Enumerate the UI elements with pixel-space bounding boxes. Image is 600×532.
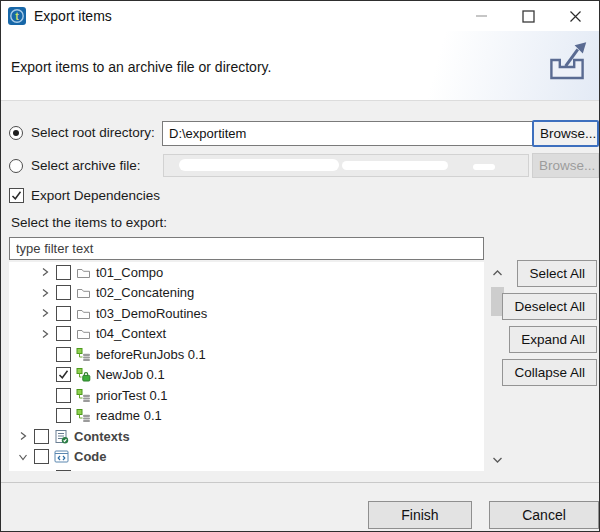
cancel-button[interactable]: Cancel xyxy=(489,501,599,529)
tree-item[interactable]: t02_Concatening xyxy=(9,283,484,304)
redaction-mark xyxy=(342,161,448,170)
expand-chevron-icon[interactable] xyxy=(39,410,51,422)
collapse-all-button[interactable]: Collapse All xyxy=(502,359,597,386)
root-directory-input[interactable] xyxy=(162,121,534,146)
archive-file-radio[interactable] xyxy=(9,159,23,173)
item-checkbox[interactable] xyxy=(56,265,71,280)
export-icon xyxy=(543,37,591,91)
item-label: t04_Context xyxy=(96,326,166,341)
banner-description: Export items to an archive file or direc… xyxy=(11,59,271,75)
maximize-icon xyxy=(522,10,535,23)
maximize-button[interactable] xyxy=(505,1,552,31)
item-label: t02_Concatening xyxy=(96,285,194,300)
expand-all-button[interactable]: Expand All xyxy=(509,326,597,353)
expand-chevron-icon[interactable] xyxy=(39,369,51,381)
export-dependencies-checkbox[interactable] xyxy=(9,188,24,203)
deselect-all-button[interactable]: Deselect All xyxy=(502,293,597,320)
item-checkbox[interactable] xyxy=(56,326,71,341)
items-tree: t01_Compo t02_Concatening t03_DemoRoutin… xyxy=(9,262,484,471)
expand-chevron-icon[interactable] xyxy=(39,348,51,360)
tree-item[interactable]: beforeRunJobs 0.1 xyxy=(9,344,484,365)
item-checkbox[interactable] xyxy=(34,429,49,444)
expand-chevron-icon[interactable] xyxy=(39,266,51,278)
item-checkbox[interactable] xyxy=(56,367,71,382)
wizard-banner: Export items to an archive file or direc… xyxy=(1,31,599,101)
scroll-up-icon[interactable] xyxy=(492,265,503,283)
job-icon xyxy=(75,387,91,403)
expand-chevron-icon[interactable] xyxy=(39,287,51,299)
archive-file-input xyxy=(163,154,529,177)
select-all-button[interactable]: Select All xyxy=(517,260,597,287)
root-directory-radio[interactable] xyxy=(9,126,23,140)
item-checkbox[interactable] xyxy=(56,347,71,362)
item-label: priorTest 0.1 xyxy=(96,388,168,403)
scroll-down-icon[interactable] xyxy=(492,451,503,469)
tree-item[interactable]: priorTest 0.1 xyxy=(9,385,484,406)
export-dependencies-label: Export Dependencies xyxy=(31,188,160,203)
item-checkbox[interactable] xyxy=(56,306,71,321)
browse-root-button[interactable]: Browse... xyxy=(532,120,599,147)
item-label: Contexts xyxy=(74,429,130,444)
archive-file-label: Select archive file: xyxy=(31,158,141,173)
item-checkbox[interactable] xyxy=(56,408,71,423)
tree-item[interactable] xyxy=(9,467,484,471)
folder-icon xyxy=(75,285,91,301)
footer-divider xyxy=(1,482,599,483)
title-bar: t Export items xyxy=(1,1,599,31)
filter-input[interactable] xyxy=(9,237,484,260)
close-icon xyxy=(569,10,582,23)
code-icon xyxy=(53,449,69,465)
browse-archive-button: Browse... xyxy=(532,153,599,178)
job-locked-icon xyxy=(75,367,91,383)
minimize-icon xyxy=(476,15,487,17)
root-directory-row: Select root directory: xyxy=(9,125,155,140)
expand-chevron-icon[interactable] xyxy=(17,430,29,442)
tree-action-buttons: Select AllDeselect AllExpand AllCollapse… xyxy=(502,260,597,386)
item-label: NewJob 0.1 xyxy=(96,367,165,382)
folder-icon xyxy=(75,305,91,321)
tree-item[interactable]: Contexts xyxy=(9,426,484,447)
redaction-mark xyxy=(473,164,495,170)
expand-chevron-icon[interactable] xyxy=(17,451,29,463)
tree-item[interactable]: NewJob 0.1 xyxy=(9,365,484,386)
contexts-icon xyxy=(53,428,69,444)
item-label: readme 0.1 xyxy=(96,408,162,423)
archive-file-row: Select archive file: xyxy=(9,158,141,173)
item-label: Code xyxy=(74,449,107,464)
expand-chevron-icon[interactable] xyxy=(39,328,51,340)
talend-app-icon: t xyxy=(8,7,26,25)
job-icon xyxy=(75,346,91,362)
item-label: t03_DemoRoutines xyxy=(96,306,207,321)
tree-item[interactable]: Code xyxy=(9,447,484,468)
tree-item[interactable]: t04_Context xyxy=(9,324,484,345)
export-dependencies-row: Export Dependencies xyxy=(9,188,160,203)
items-to-export-label: Select the items to export: xyxy=(11,215,167,230)
window-controls xyxy=(458,1,599,31)
tree-item[interactable]: t03_DemoRoutines xyxy=(9,303,484,324)
item-checkbox[interactable] xyxy=(56,285,71,300)
job-icon xyxy=(75,408,91,424)
folder-icon xyxy=(75,264,91,280)
root-directory-label: Select root directory: xyxy=(31,125,155,140)
export-items-dialog: t Export items Export items to an archiv… xyxy=(0,0,600,532)
expand-chevron-icon[interactable] xyxy=(39,389,51,401)
minimize-button[interactable] xyxy=(458,1,505,31)
tree-item[interactable]: readme 0.1 xyxy=(9,406,484,427)
expand-chevron-icon[interactable] xyxy=(39,307,51,319)
tree-item[interactable]: t01_Compo xyxy=(9,262,484,283)
item-label: beforeRunJobs 0.1 xyxy=(96,347,206,362)
item-checkbox[interactable] xyxy=(56,470,71,471)
item-label: t01_Compo xyxy=(96,265,163,280)
finish-button[interactable]: Finish xyxy=(368,501,472,529)
close-button[interactable] xyxy=(552,1,599,31)
item-checkbox[interactable] xyxy=(34,449,49,464)
window-title: Export items xyxy=(34,8,112,24)
item-checkbox[interactable] xyxy=(56,388,71,403)
folder-icon xyxy=(75,469,91,471)
folder-icon xyxy=(75,326,91,342)
redaction-mark xyxy=(179,159,339,171)
